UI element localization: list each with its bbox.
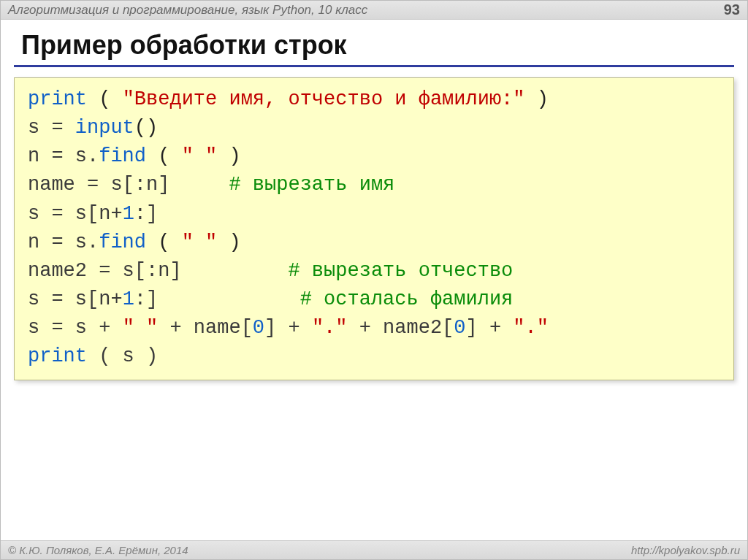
string-literal: " ": [182, 145, 218, 167]
code-text: ( s ): [87, 345, 158, 367]
top-bar: Алгоритмизация и программирование, язык …: [1, 1, 747, 20]
code-text: name2 = s[:n]: [28, 260, 288, 282]
string-literal: ".": [513, 317, 549, 339]
punct: ): [525, 88, 549, 110]
code-text: :]: [134, 288, 300, 310]
code-block: print ( "Введите имя, отчество и фамилию…: [14, 77, 734, 380]
punct: (: [87, 88, 123, 110]
code-text: n = s.: [28, 231, 99, 253]
code-text: s = s[n+: [28, 203, 123, 225]
code-text: s = s +: [28, 317, 123, 339]
punct: ): [217, 231, 240, 253]
number-literal: 0: [454, 317, 465, 339]
bottom-bar: © К.Ю. Поляков, Е.А. Ерёмин, 2014 http:/…: [1, 540, 747, 559]
code-text: + name[: [158, 317, 253, 339]
code-text: n = s.: [28, 145, 99, 167]
title-rule: [14, 65, 734, 67]
code-text: s = s[n+: [28, 288, 123, 310]
keyword-input: input: [75, 117, 134, 139]
breadcrumb: Алгоритмизация и программирование, язык …: [8, 3, 367, 18]
punct: (: [146, 231, 182, 253]
code-text: ] +: [264, 317, 312, 339]
page-title: Пример обработки строк: [1, 20, 747, 65]
keyword-find: find: [99, 145, 146, 167]
keyword-find: find: [99, 231, 146, 253]
number-literal: 1: [123, 288, 134, 310]
string-literal: " ": [182, 231, 218, 253]
punct: (: [146, 145, 182, 167]
number-literal: 1: [123, 203, 134, 225]
code-text: + name2[: [347, 317, 454, 339]
footer-url: http://kpolyakov.spb.ru: [631, 544, 740, 556]
string-literal: ".": [312, 317, 348, 339]
string-literal: "Введите имя, отчество и фамилию:": [123, 88, 525, 110]
comment: # вырезать имя: [229, 174, 394, 196]
copyright: © К.Ю. Поляков, Е.А. Ерёмин, 2014: [8, 544, 188, 556]
page-number: 93: [724, 1, 740, 18]
string-literal: " ": [123, 317, 159, 339]
code-text: ] +: [466, 317, 514, 339]
keyword-print: print: [28, 345, 87, 367]
comment: # осталась фамилия: [300, 288, 514, 310]
code-text: :]: [134, 203, 158, 225]
code-text: s =: [28, 117, 75, 139]
punct: ): [217, 145, 240, 167]
punct: (): [134, 117, 158, 139]
keyword-print: print: [28, 88, 87, 110]
slide: Алгоритмизация и программирование, язык …: [0, 0, 748, 560]
code-text: name = s[:n]: [28, 174, 229, 196]
number-literal: 0: [253, 317, 264, 339]
comment: # вырезать отчество: [288, 260, 513, 282]
